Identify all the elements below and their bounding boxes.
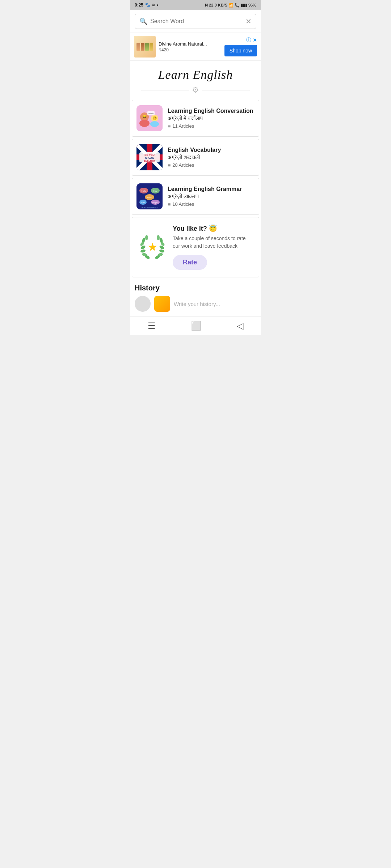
history-section: History Write your history... bbox=[130, 280, 261, 316]
notif-icon: 🐾 bbox=[145, 3, 150, 8]
back-nav-button[interactable]: ◁ bbox=[237, 321, 243, 331]
search-input[interactable] bbox=[150, 18, 243, 25]
divider-right bbox=[202, 90, 250, 90]
battery-indicator: 96% bbox=[248, 3, 256, 7]
history-accent-thumb bbox=[154, 296, 170, 312]
articles-icon: ≡ bbox=[168, 201, 171, 207]
svg-text:ENGLISH?: ENGLISH? bbox=[144, 160, 155, 162]
clear-search-icon[interactable]: ✕ bbox=[245, 17, 252, 26]
course-info-conversation: Learning English Conversation अंग्रेज़ी … bbox=[168, 108, 255, 129]
ad-actions: ⓘ ✕ Shop now bbox=[224, 37, 257, 56]
svg-point-42 bbox=[159, 249, 164, 252]
history-avatar bbox=[135, 296, 151, 312]
ad-text-block: Divine Aroma Natural... ₹420 bbox=[159, 41, 222, 52]
history-preview-text: Write your history... bbox=[174, 301, 220, 307]
course-item[interactable]: Hola Hey Hello Ciao Bonjour WORLD'S LANG… bbox=[132, 178, 259, 215]
course-item[interactable]: 😄 😊 Hello! Learning English Conversation… bbox=[132, 100, 259, 137]
svg-text:Hey: Hey bbox=[154, 190, 157, 192]
articles-icon: ≡ bbox=[168, 123, 171, 129]
search-input-wrap[interactable]: 🔍 ✕ bbox=[135, 14, 256, 29]
svg-text:Hello: Hello bbox=[147, 196, 152, 199]
wifi-icon: 📶 bbox=[228, 3, 234, 8]
course-articles: ≡ 11 Articles bbox=[168, 123, 255, 129]
ad-close-icon[interactable]: ✕ bbox=[253, 37, 257, 43]
section-divider: ⚙ bbox=[141, 85, 250, 95]
learn-english-title: Learn English bbox=[134, 68, 257, 82]
svg-point-34 bbox=[145, 235, 148, 240]
rate-text-block: You like it? 😇 Take a couple of seconds … bbox=[173, 225, 253, 270]
signal-icon: ≋ bbox=[152, 3, 155, 8]
learn-english-section: Learn English ⚙ bbox=[130, 61, 261, 98]
status-right: N 22.0 KB/S 📶 📞 ▮▮▮ 96% bbox=[205, 3, 256, 8]
status-bar: 9:25 🐾 ≋ • N 22.0 KB/S 📶 📞 ▮▮▮ 96% bbox=[130, 0, 261, 10]
home-nav-button[interactable]: ⬜ bbox=[191, 321, 202, 331]
course-info-vocabulary: English Vocabulary अंग्रेज़ी शब्दावली ≡ … bbox=[168, 147, 255, 168]
course-thumbnail-vocabulary: DO YOU SPEAK ENGLISH? bbox=[136, 144, 163, 170]
search-bar: 🔍 ✕ bbox=[130, 10, 261, 33]
svg-text:😊: 😊 bbox=[152, 116, 157, 120]
dot-indicator: • bbox=[157, 3, 158, 8]
gear-icon: ⚙ bbox=[192, 85, 199, 95]
signal-bars: ▮▮▮ bbox=[241, 3, 247, 8]
rate-section: ★ You like it? 😇 Take a couple of second… bbox=[132, 217, 259, 277]
svg-text:WORLD'S LANGUAGES: WORLD'S LANGUAGES bbox=[142, 207, 158, 208]
rate-description: Take a couple of seconds to rate our wor… bbox=[173, 235, 253, 250]
articles-count: 10 Articles bbox=[172, 201, 194, 207]
course-title-hi: अंग्रेज़ी व्याकरण bbox=[168, 193, 255, 200]
ad-info-icon[interactable]: ⓘ bbox=[246, 37, 251, 43]
course-thumbnail-grammar: Hola Hey Hello Ciao Bonjour WORLD'S LANG… bbox=[136, 183, 163, 209]
svg-text:Ciao: Ciao bbox=[141, 201, 145, 204]
svg-text:DO YOU: DO YOU bbox=[144, 154, 155, 156]
svg-text:SPEAK: SPEAK bbox=[145, 157, 154, 159]
search-icon: 🔍 bbox=[139, 17, 147, 25]
svg-point-2 bbox=[139, 120, 150, 127]
network-speed: N 22.0 KB/S bbox=[205, 3, 227, 7]
course-item[interactable]: DO YOU SPEAK ENGLISH? English Vocabulary… bbox=[132, 139, 259, 176]
course-list: 😄 😊 Hello! Learning English Conversation… bbox=[130, 100, 261, 215]
course-info-grammar: Learning English Grammar अंग्रेज़ी व्याक… bbox=[168, 186, 255, 207]
ad-title: Divine Aroma Natural... bbox=[159, 41, 222, 47]
svg-text:★: ★ bbox=[147, 241, 158, 254]
ad-price: ₹420 bbox=[159, 47, 222, 52]
course-title-en: Learning English Grammar bbox=[168, 186, 255, 192]
rate-icon-wrap: ★ bbox=[138, 233, 167, 262]
rate-title: You like it? 😇 bbox=[173, 225, 253, 233]
svg-point-41 bbox=[157, 235, 160, 240]
articles-icon: ≡ bbox=[168, 162, 171, 168]
ad-image bbox=[134, 36, 156, 58]
ad-banner: Divine Aroma Natural... ₹420 ⓘ ✕ Shop no… bbox=[130, 33, 261, 61]
shop-now-button[interactable]: Shop now bbox=[224, 45, 257, 56]
svg-text:Bonjour: Bonjour bbox=[152, 201, 159, 204]
course-thumbnail-conversation: 😄 😊 Hello! bbox=[136, 105, 163, 131]
bottom-nav: ☰ ⬜ ◁ bbox=[130, 316, 261, 335]
divider-left bbox=[141, 90, 189, 90]
time-display: 9:25 bbox=[135, 3, 143, 8]
course-articles: ≡ 10 Articles bbox=[168, 201, 255, 207]
course-title-hi: अंग्रेज़ी में वार्तालाप bbox=[168, 115, 255, 122]
course-title-en: English Vocabulary bbox=[168, 147, 255, 153]
course-title-en: Learning English Conversation bbox=[168, 108, 255, 114]
course-title-hi: अंग्रेज़ी शब्दावली bbox=[168, 154, 255, 161]
call-icon: 📞 bbox=[235, 3, 240, 8]
history-item-preview: Write your history... bbox=[135, 296, 256, 316]
svg-text:😄: 😄 bbox=[142, 114, 147, 119]
rate-btn-wrap: Rate bbox=[173, 255, 253, 270]
rate-button[interactable]: Rate bbox=[173, 255, 207, 270]
svg-point-5 bbox=[150, 121, 159, 127]
svg-point-35 bbox=[140, 249, 146, 252]
status-time: 9:25 🐾 ≋ • bbox=[135, 3, 158, 8]
articles-count: 28 Articles bbox=[172, 162, 194, 168]
articles-count: 11 Articles bbox=[172, 123, 194, 129]
svg-text:Hola: Hola bbox=[142, 190, 146, 192]
menu-nav-button[interactable]: ☰ bbox=[148, 321, 156, 331]
history-title: History bbox=[135, 284, 256, 292]
svg-text:Hello!: Hello! bbox=[148, 112, 154, 115]
course-articles: ≡ 28 Articles bbox=[168, 162, 255, 168]
